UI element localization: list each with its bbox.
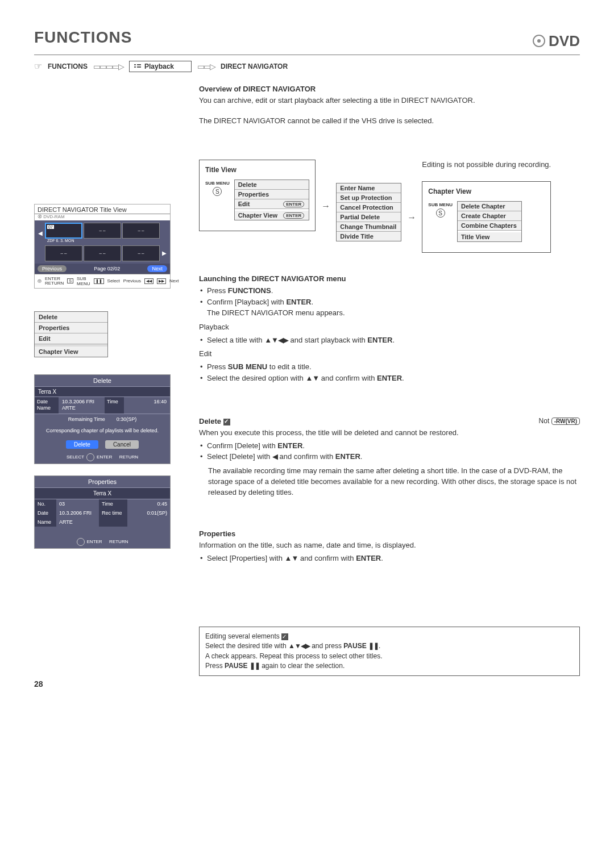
page-indicator: Page 02/02 bbox=[94, 266, 120, 272]
chapter-view-label: Chapter View bbox=[428, 187, 471, 195]
delete-section: Not -RW(VR) Delete When you execute this… bbox=[199, 417, 580, 498]
delete-cancel-button[interactable]: Cancel bbox=[105, 440, 139, 449]
menu-item-chapter-view[interactable]: Chapter ViewENTER bbox=[235, 209, 309, 220]
thumbnail-empty[interactable]: – – bbox=[84, 223, 121, 239]
arrow-chain-icon: ▭▭▭▭▷ bbox=[93, 62, 123, 71]
breadcrumb: ☞ FUNCTIONS ▭▭▭▭▷ Playback ▭▭▷ DIRECT NA… bbox=[34, 61, 580, 72]
list-icon bbox=[134, 64, 141, 69]
menu-item-setup-protection[interactable]: Set up Protection bbox=[337, 193, 401, 203]
enter-badge: ENTER bbox=[283, 201, 304, 207]
delete-dialog-title: Delete bbox=[35, 375, 170, 386]
chapter-view-menu: Delete Chapter Create Chapter Combine Ch… bbox=[457, 201, 522, 242]
joypad-icon: ◎ bbox=[38, 278, 42, 283]
next-button[interactable]: Next bbox=[147, 265, 167, 272]
menu-item-combine-chapters[interactable]: Combine Chapters bbox=[458, 221, 521, 231]
dn-bottom-bar: ◎ ENTER RETURN S SUB MENU ❚❚ Select Prev… bbox=[35, 274, 170, 288]
playback-box: Playback bbox=[129, 61, 192, 72]
list-item: Select [Properties] with ▲▼ and confirm … bbox=[199, 553, 580, 564]
thumbnail-empty[interactable]: – – bbox=[84, 245, 121, 261]
menu-item-properties[interactable]: Properties bbox=[35, 323, 107, 333]
menu-item-divide-title[interactable]: Divide Title bbox=[337, 232, 401, 241]
chapter-view-box: Chapter View SUB MENU S Delete Chapter C… bbox=[422, 181, 551, 253]
thumbnail-selected[interactable]: 07 bbox=[45, 223, 82, 239]
s-key-icon: S bbox=[213, 187, 222, 196]
page-title: FUNCTIONS bbox=[34, 28, 132, 47]
dn-footer-row: Previous Page 02/02 Next bbox=[35, 264, 170, 274]
s-key-icon: S bbox=[436, 208, 445, 218]
menu-item-properties[interactable]: Properties bbox=[235, 190, 309, 199]
check-icon bbox=[223, 419, 230, 425]
delete-dialog-name: Terra X bbox=[35, 386, 170, 397]
menu-item-title-view[interactable]: Title View bbox=[458, 231, 521, 241]
title-view-label: Title View bbox=[205, 166, 237, 174]
not-badge: Not -RW(VR) bbox=[539, 417, 580, 425]
breadcrumb-playback: Playback bbox=[144, 62, 174, 70]
edit-submenu: Enter Name Set up Protection Cancel Prot… bbox=[336, 183, 401, 241]
delete-confirm-button[interactable]: Delete bbox=[66, 440, 98, 449]
menu-item-cancel-protection[interactable]: Cancel Protection bbox=[337, 203, 401, 212]
properties-dialog-name: Terra X bbox=[35, 487, 170, 499]
playback-subheading: Playback bbox=[199, 322, 580, 333]
ff-key-icon: ▶▶ bbox=[157, 278, 166, 284]
menu-item-delete-chapter[interactable]: Delete Chapter bbox=[458, 202, 521, 211]
list-item: Select the desired option with ▲▼ and co… bbox=[199, 373, 580, 384]
dn-screen-title: DIRECT NAVIGATOR Title View bbox=[35, 205, 170, 214]
overview-heading: Overview of DIRECT NAVIGATOR bbox=[199, 85, 580, 93]
menu-diagram: Title View SUB MENU S Delete Properties … bbox=[199, 160, 580, 253]
dn-thumbnail-grid: ◀ 07 ZDF 6. 3. MON – – – – – – – – – – ▶ bbox=[35, 220, 170, 264]
page-header: FUNCTIONS DVD bbox=[34, 28, 580, 50]
properties-dialog-title: Properties bbox=[35, 476, 170, 487]
menu-item-chapter-view[interactable]: Chapter View bbox=[35, 344, 107, 357]
delete-dialog: Delete Terra X DateName 10.3.2006 FRIART… bbox=[34, 374, 171, 464]
disc-icon bbox=[533, 35, 545, 47]
title-view-menu: Delete Properties EditENTER Chapter View… bbox=[234, 180, 310, 220]
right-column: Overview of DIRECT NAVIGATOR You can arc… bbox=[199, 85, 580, 688]
joypad-icon bbox=[77, 538, 85, 546]
dvd-text: DVD bbox=[549, 32, 580, 50]
editing-several-box: Editing several elements Select the desi… bbox=[199, 627, 580, 677]
previous-button[interactable]: Previous bbox=[38, 265, 67, 272]
prev-page-arrow[interactable]: ◀ bbox=[37, 230, 44, 236]
thumbnail-empty[interactable]: – – bbox=[45, 245, 82, 261]
properties-heading: Properties bbox=[199, 529, 580, 538]
small-context-menu: Delete Properties Edit Chapter View bbox=[34, 311, 108, 357]
menu-item-edit[interactable]: Edit bbox=[35, 333, 107, 344]
enter-badge: ENTER bbox=[283, 212, 304, 219]
menu-item-edit[interactable]: EditENTER bbox=[235, 199, 309, 209]
hand-icon: ☞ bbox=[34, 61, 42, 72]
menu-item-delete[interactable]: Delete bbox=[235, 180, 309, 190]
breadcrumb-direct-navigator: DIRECT NAVIGATOR bbox=[221, 62, 288, 70]
breadcrumb-functions: FUNCTIONS bbox=[48, 62, 88, 70]
title-view-box: Title View SUB MENU S Delete Properties … bbox=[199, 160, 316, 231]
page-number: 28 bbox=[34, 679, 188, 688]
thumbnail-empty[interactable]: – – bbox=[122, 245, 160, 261]
thumbnail-label: ZDF 6. 3. MON bbox=[45, 239, 82, 244]
overview-p2: The DIRECT NAVIGATOR cannot be called if… bbox=[199, 116, 580, 127]
menu-item-enter-name[interactable]: Enter Name bbox=[337, 183, 401, 193]
list-item: Select a title with ▲▼◀▶ and start playb… bbox=[199, 335, 580, 346]
editing-note: Editing is not possible during recording… bbox=[422, 160, 551, 170]
pause-key-icon: ❚❚ bbox=[94, 278, 104, 284]
next-page-arrow[interactable]: ▶ bbox=[161, 250, 168, 256]
rewind-key-icon: ◀◀ bbox=[144, 278, 154, 284]
delete-heading: Delete bbox=[199, 417, 580, 425]
delete-note: The available recording time may remain … bbox=[208, 466, 580, 498]
header-divider bbox=[34, 55, 580, 55]
menu-item-change-thumbnail[interactable]: Change Thumbnail bbox=[337, 222, 401, 232]
menu-item-delete[interactable]: Delete bbox=[35, 312, 107, 323]
joypad-icon bbox=[86, 453, 94, 461]
menu-item-partial-delete[interactable]: Partial Delete bbox=[337, 212, 401, 222]
arrow-right-icon: → bbox=[407, 212, 416, 223]
list-item: Press FUNCTIONS. bbox=[199, 285, 580, 297]
thumbnail-empty[interactable]: – – bbox=[122, 223, 160, 239]
launching-heading: Launching the DIRECT NAVIGATOR menu bbox=[199, 274, 580, 283]
list-item: Select [Delete] with ◀ and confirm with … bbox=[199, 451, 580, 462]
arrow-chain-icon-2: ▭▭▷ bbox=[197, 62, 215, 71]
pause-icon: ❚❚ bbox=[250, 662, 260, 670]
menu-item-create-chapter[interactable]: Create Chapter bbox=[458, 211, 521, 221]
list-item: Confirm [Playback] with ENTER.The DIRECT… bbox=[199, 297, 580, 319]
check-icon bbox=[281, 633, 288, 640]
dn-screen-subtitle: ⦿ DVD-RAM bbox=[35, 214, 170, 220]
list-item: Confirm [Delete] with ENTER. bbox=[199, 440, 580, 452]
left-column: DIRECT NAVIGATOR Title View ⦿ DVD-RAM ◀ … bbox=[34, 85, 188, 688]
